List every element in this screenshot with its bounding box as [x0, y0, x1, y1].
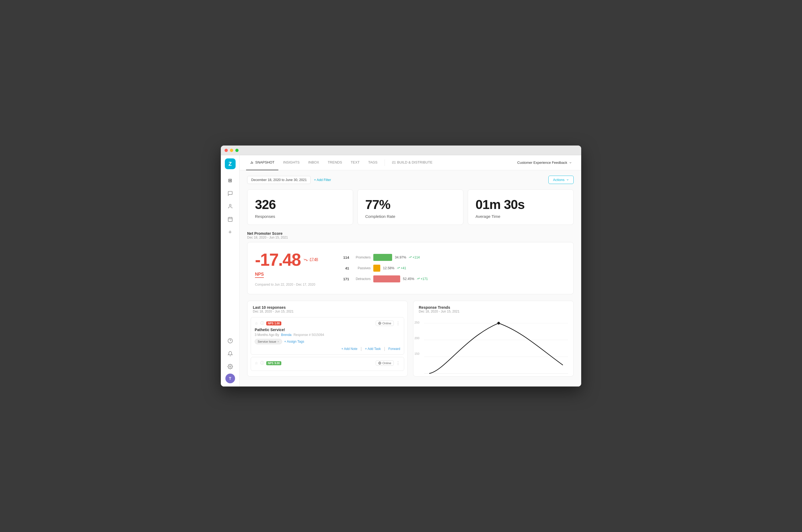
nps-compared: Compared to Jun 22, 2020 - Dec 17, 2020: [255, 283, 325, 286]
add-task-button[interactable]: + Add Task: [365, 347, 381, 351]
tab-inbox[interactable]: INBOX: [304, 155, 323, 170]
detractors-pct: 52.45%: [403, 277, 414, 281]
sidebar-item-grid[interactable]: ⊞: [224, 174, 236, 186]
response-item: ☆ ⓘ NPS 1.00: [251, 317, 404, 355]
chart-y-250: 250: [415, 321, 419, 324]
nps-passives-row: 41 Passives 12.58% +41: [341, 265, 566, 272]
user-avatar[interactable]: T: [225, 374, 235, 383]
svg-rect-1: [228, 217, 232, 221]
stat-value-time: 01m 30s: [476, 197, 566, 212]
sidebar-bottom: T: [224, 335, 236, 383]
date-range-filter[interactable]: December 18, 2020 to June 30, 2021: [247, 176, 311, 184]
filter-bar: December 18, 2020 to June 30, 2021 + Add…: [247, 176, 574, 184]
svg-point-0: [229, 204, 231, 206]
nps-detractors-row: 171 Detractors 52.45% +171: [341, 276, 566, 282]
tab-build[interactable]: BUILD & DISTRIBUTE: [388, 155, 436, 170]
close-button[interactable]: [225, 149, 228, 152]
survey-selector[interactable]: Customer Experience Feedback: [515, 159, 575, 166]
trends-title: Response Trends: [419, 305, 568, 309]
more-options-button[interactable]: ⋮: [396, 321, 400, 326]
settings-icon[interactable]: [224, 361, 236, 373]
promoters-pct: 34.97%: [395, 255, 406, 259]
logo[interactable]: Z: [225, 158, 235, 169]
promoters-trend: +114: [409, 255, 420, 259]
passives-label: Passives: [352, 266, 370, 270]
more-options-button-2[interactable]: ⋮: [396, 361, 400, 366]
nps-card: -17.48 -17.48 NPS Compared to Jun 22, 20…: [247, 242, 574, 294]
bell-icon[interactable]: [224, 348, 236, 360]
response-item-header: ☆ ⓘ NPS 1.00: [255, 321, 400, 326]
star-icon[interactable]: ☆: [255, 321, 258, 325]
detractors-count: 171: [341, 277, 349, 281]
detractors-label: Detractors: [352, 277, 370, 281]
tab-trends[interactable]: TRENDS: [324, 155, 346, 170]
response-meta-info: 3 Months Ago By Brenda Response # 501509…: [255, 333, 400, 337]
response-meta: ☆ ⓘ NPS 1.00: [255, 321, 281, 326]
assign-tags-button[interactable]: + Assign Tags: [284, 340, 304, 343]
responses-date-range: Dec 18, 2020 - Jun 15, 2021: [253, 309, 402, 314]
help-icon[interactable]: [224, 335, 236, 347]
tab-insights[interactable]: INSIGHTS: [280, 155, 303, 170]
app-window: Z ⊞ +: [221, 146, 581, 386]
actions-button[interactable]: Actions: [548, 176, 574, 184]
stat-value-completion: 77%: [365, 197, 456, 212]
content-area: December 18, 2020 to June 30, 2021 + Add…: [240, 170, 581, 386]
promoters-count: 114: [341, 255, 349, 260]
nps-section-header: Net Promoter Score Dec 18, 2020 - Jun 15…: [247, 231, 574, 240]
minimize-button[interactable]: [230, 149, 233, 152]
trends-chart: 250 200 150: [413, 317, 573, 376]
nps-score-display: -17.48 -17.48: [255, 250, 325, 270]
nps-right-panel: 114 Promoters 34.97% +114 41: [341, 254, 566, 282]
main-content: SNAPSHOT INSIGHTS INBOX TRENDS TEXT TAGS: [240, 155, 581, 386]
channel-badge-2: Online: [376, 360, 394, 366]
responses-list: ☆ ⓘ NPS 1.00: [247, 317, 407, 376]
nps-label: NPS: [255, 272, 264, 278]
bottom-row: Last 10 responses Dec 18, 2020 - Jun 15,…: [247, 301, 574, 377]
tab-tags[interactable]: TAGS: [364, 155, 381, 170]
stats-row: 326 Responses 77% Completion Rate 01m 30…: [247, 189, 574, 225]
stat-label-time: Average Time: [476, 214, 566, 218]
sidebar-item-add[interactable]: +: [224, 226, 236, 238]
response-tags: Service Issue × + Assign Tags: [255, 339, 400, 344]
stat-completion: 77% Completion Rate: [358, 189, 463, 225]
chart-y-150: 150: [415, 352, 419, 355]
stat-responses: 326 Responses: [247, 189, 353, 225]
info-icon-2[interactable]: ⓘ: [260, 361, 264, 365]
trend-chart-svg: [424, 320, 568, 376]
sidebar-item-tasks[interactable]: [224, 213, 236, 225]
detractors-bar: [373, 276, 400, 282]
stat-label-completion: Completion Rate: [365, 214, 456, 218]
nps-title: Net Promoter Score: [247, 231, 574, 235]
add-filter-button[interactable]: + Add Filter: [314, 178, 331, 182]
detractors-trend: +171: [417, 277, 427, 281]
nps-promoters-row: 114 Promoters 34.97% +114: [341, 254, 566, 261]
nps-left-panel: -17.48 -17.48 NPS Compared to Jun 22, 20…: [255, 250, 325, 286]
forward-button[interactable]: Forward: [388, 347, 400, 351]
info-icon[interactable]: ⓘ: [260, 321, 264, 326]
tab-snapshot[interactable]: SNAPSHOT: [246, 155, 279, 170]
titlebar: [221, 146, 581, 155]
tab-text[interactable]: TEXT: [347, 155, 363, 170]
sidebar-item-user[interactable]: [224, 201, 236, 212]
nps-badge-red: NPS 1.00: [266, 321, 281, 325]
passives-count: 41: [341, 266, 349, 270]
top-navigation: SNAPSHOT INSIGHTS INBOX TRENDS TEXT TAGS: [240, 155, 581, 170]
star-icon-2[interactable]: ☆: [255, 361, 258, 365]
svg-point-7: [229, 366, 231, 367]
nps-date-range: Dec 18, 2020 - Jun 15, 2021: [247, 235, 574, 240]
response-title: Pathetic Service!: [255, 328, 400, 332]
svg-point-28: [497, 322, 500, 324]
nps-badge-green: NPS 9.00: [266, 361, 281, 365]
add-note-button[interactable]: + Add Note: [341, 347, 358, 351]
sidebar-item-chat[interactable]: [224, 188, 236, 199]
passives-pct: 12.58%: [383, 266, 394, 270]
responses-card: Last 10 responses Dec 18, 2020 - Jun 15,…: [247, 301, 408, 377]
trends-card: Response Trends Dec 18, 2020 - Jun 15, 2…: [413, 301, 574, 377]
tag-remove-button[interactable]: ×: [277, 340, 279, 343]
passives-bar: [373, 265, 380, 272]
stat-value-responses: 326: [255, 197, 345, 212]
response-actions: + Add Note | + Add Task | Forward: [255, 346, 400, 351]
trends-date-range: Dec 18, 2020 - Jun 15, 2021: [419, 309, 568, 314]
response-item: ☆ ⓘ NPS 9.00: [251, 357, 404, 371]
maximize-button[interactable]: [235, 149, 238, 152]
